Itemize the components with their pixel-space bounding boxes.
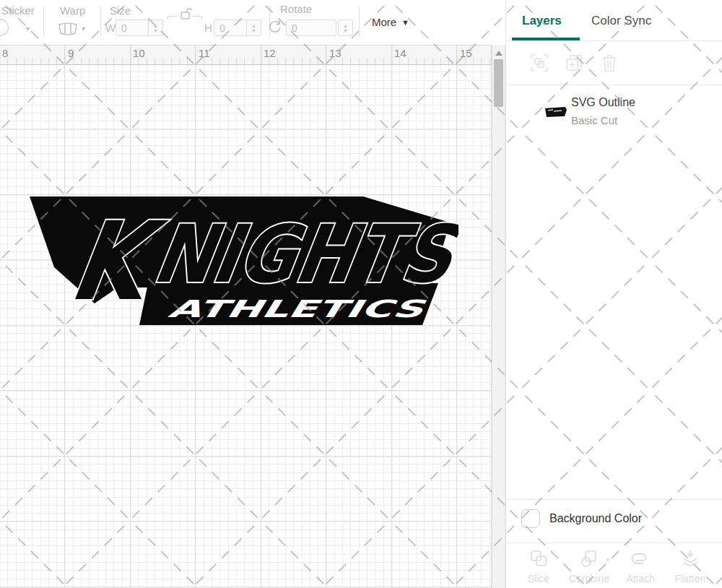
- flatten-label: Flatten: [667, 573, 713, 584]
- toolbar-divider: [43, 6, 44, 36]
- rotate-icon[interactable]: [267, 19, 283, 38]
- active-tab-underline: [512, 38, 580, 40]
- combine-button[interactable]: ▼ Combine: [566, 548, 612, 584]
- edit-toolbar: Sticker ▾ Warp ▾ Size W 0 ▲▼: [0, 0, 505, 45]
- toolbar-divider: [100, 6, 101, 36]
- lock-bracket-right-drop: [201, 16, 202, 20]
- more-chevron-icon[interactable]: ▼: [401, 18, 409, 27]
- lock-bracket-left-drop: [168, 16, 168, 20]
- warp-icon[interactable]: [58, 22, 78, 38]
- tab-color-sync[interactable]: Color Sync: [591, 14, 651, 28]
- lock-bracket-left: [168, 16, 177, 17]
- ruler-tick-label: 12: [264, 47, 276, 59]
- layer-thumbnail[interactable]: [544, 106, 567, 118]
- flatten-button[interactable]: Flatten: [667, 548, 713, 584]
- stepper-up-icon[interactable]: ▲: [251, 23, 256, 28]
- combine-label: Combine: [566, 573, 612, 584]
- sticker-dropdown-icon[interactable]: ▾: [26, 25, 30, 33]
- warp-label: Warp: [60, 4, 85, 17]
- rotate-stepper[interactable]: ▲▼: [339, 20, 352, 35]
- width-value[interactable]: 0: [116, 20, 148, 35]
- background-color-swatch[interactable]: [521, 509, 540, 528]
- ruler-tick-label: 11: [199, 47, 210, 59]
- scroll-up-arrow-icon[interactable]: [495, 51, 503, 56]
- logo-title-rest: NIGHTS: [147, 208, 458, 301]
- size-label: Size: [110, 4, 131, 17]
- height-axis-label: H: [204, 22, 212, 34]
- panel-tabs: Layers Color Sync: [506, 0, 722, 41]
- flatten-icon: [680, 548, 700, 568]
- sticker-label: Sticker: [1, 4, 35, 17]
- logo-subtitle: ATHLETICS: [166, 295, 427, 323]
- width-stepper[interactable]: ▲▼: [148, 20, 162, 35]
- scrollbar-thumb[interactable]: [494, 59, 503, 107]
- horizontal-ruler: 8 9 10 11 12 13 14 15: [0, 45, 492, 65]
- stepper-down-icon[interactable]: ▼: [343, 28, 348, 33]
- warp-dropdown-icon[interactable]: ▾: [82, 25, 85, 33]
- stepper-up-icon[interactable]: ▲: [343, 23, 348, 28]
- rotate-stepper-box[interactable]: ▲▼: [338, 20, 353, 36]
- slice-button[interactable]: Slice: [516, 548, 562, 584]
- delete-icon[interactable]: [601, 53, 618, 72]
- layers-panel: Layers Color Sync: [505, 0, 722, 588]
- background-color-row[interactable]: Background Color: [506, 499, 722, 542]
- layer-name: SVG Outline: [571, 96, 635, 109]
- duplicate-icon[interactable]: [565, 53, 583, 72]
- rotate-input[interactable]: 0: [286, 20, 336, 36]
- more-button[interactable]: More: [372, 16, 396, 28]
- ruler-tick-label: 9: [68, 47, 74, 59]
- rotate-label: Rotate: [280, 3, 312, 15]
- combine-icon: [579, 548, 599, 568]
- knights-athletics-artwork[interactable]: K NIGHTS ATHLETICS: [25, 189, 458, 327]
- tab-layers[interactable]: Layers: [522, 14, 562, 28]
- slice-label: Slice: [516, 573, 562, 584]
- height-value[interactable]: 0: [214, 20, 246, 35]
- height-input[interactable]: 0 ▲▼: [214, 20, 261, 36]
- ruler-tick-label: 8: [2, 47, 8, 59]
- panel-empty-area: [506, 142, 722, 499]
- attach-icon: [630, 548, 651, 568]
- layer-actions-bar: Slice ▼ Combine Attach: [506, 542, 722, 588]
- design-canvas[interactable]: K NIGHTS ATHLETICS: [0, 65, 492, 588]
- width-input[interactable]: 0 ▲▼: [116, 20, 163, 36]
- group-icon[interactable]: [530, 53, 549, 72]
- lock-icon[interactable]: [178, 6, 193, 23]
- layer-tools-row: [506, 41, 722, 85]
- combine-chevron-icon[interactable]: ▼: [605, 557, 611, 563]
- design-app: Sticker ▾ Warp ▾ Size W 0 ▲▼: [0, 0, 722, 588]
- ruler-tick-label: 10: [133, 47, 145, 59]
- ruler-tick-label: 13: [329, 47, 342, 59]
- ruler-tick-label: 14: [394, 47, 406, 59]
- height-stepper[interactable]: ▲▼: [246, 20, 261, 35]
- width-axis-label: W: [105, 22, 116, 34]
- toolbar-divider: [359, 6, 360, 36]
- layer-type: Basic Cut: [571, 114, 617, 126]
- sticker-icon[interactable]: [0, 19, 9, 36]
- layer-item[interactable]: SVG Outline Basic Cut: [506, 85, 722, 142]
- attach-button[interactable]: Attach: [617, 548, 664, 584]
- canvas-vertical-scrollbar[interactable]: [492, 45, 505, 588]
- rotate-value[interactable]: 0: [287, 20, 336, 35]
- stepper-down-icon[interactable]: ▼: [153, 28, 158, 33]
- ruler-tick-label: 15: [460, 47, 472, 59]
- stepper-down-icon[interactable]: ▼: [251, 28, 256, 33]
- slice-icon: [529, 548, 549, 568]
- stepper-up-icon[interactable]: ▲: [153, 23, 158, 28]
- background-color-label: Background Color: [549, 512, 642, 525]
- attach-label: Attach: [617, 573, 664, 584]
